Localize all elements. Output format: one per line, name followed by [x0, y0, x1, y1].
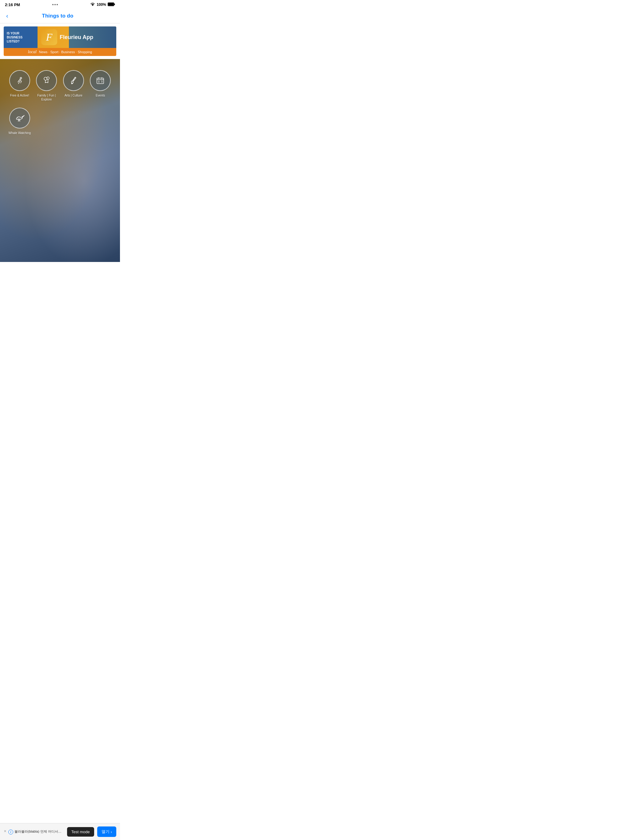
nav-bar: ‹ Things to do	[0, 9, 120, 24]
category-arts-culture[interactable]: Arts | Culture	[60, 68, 87, 103]
banner-left-panel: IS YOUR BUSINESS LISTED?	[4, 27, 38, 48]
banner-logo-letter: F	[46, 32, 52, 43]
category-free-active-label: Free & Active!	[10, 93, 29, 98]
banner-f-logo: F	[41, 29, 57, 45]
banner-app-info: Fleurieu App	[60, 34, 93, 41]
banner-ad-wrapper[interactable]: IS YOUR BUSINESS LISTED? F Fleurieu App …	[0, 24, 120, 59]
category-whale-watching-circle	[9, 107, 30, 128]
battery-icon	[108, 2, 115, 7]
category-family-fun-circle	[36, 70, 57, 91]
category-free-active[interactable]: Free & Active!	[6, 68, 33, 103]
page-title: Things to do	[9, 13, 106, 19]
svg-point-0	[92, 5, 93, 6]
status-time: 2:16 PM	[5, 2, 20, 7]
svg-text:8 9: 8 9	[98, 81, 103, 83]
category-whale-watching-label: Whale Watching	[9, 131, 31, 135]
category-arts-culture-label: Arts | Culture	[65, 93, 82, 98]
category-events-label: Events	[96, 93, 105, 98]
svg-point-12	[17, 118, 18, 118]
banner-ad[interactable]: IS YOUR BUSINESS LISTED? F Fleurieu App …	[4, 27, 116, 56]
banner-tagline-text: News · Sport · Business · Shopping	[39, 50, 92, 54]
category-grid: Free & Active! Family | Fun | Explore	[6, 68, 114, 137]
category-family-fun-label: Family | Fun | Explore	[35, 93, 59, 101]
svg-rect-4	[114, 3, 115, 5]
banner-app-name: Fleurieu App	[60, 34, 93, 41]
main-content: Free & Active! Family | Fun | Explore	[0, 59, 120, 262]
svg-rect-3	[108, 3, 114, 6]
banner-tagline-bar: local News · Sport · Business · Shopping	[4, 48, 116, 56]
status-indicators: 100%	[90, 2, 115, 7]
category-whale-watching[interactable]: Whale Watching	[6, 106, 33, 137]
wifi-icon	[90, 2, 95, 7]
back-button[interactable]: ‹	[5, 11, 9, 21]
category-arts-culture-circle	[63, 70, 84, 91]
svg-point-5	[15, 76, 24, 85]
svg-point-6	[20, 77, 22, 79]
banner-cta-text: IS YOUR BUSINESS LISTED?	[7, 32, 35, 43]
category-free-active-circle	[9, 70, 30, 91]
battery-percentage: 100%	[97, 2, 106, 7]
banner-tagline-script: local	[28, 49, 36, 54]
banner-logo-area: F Fleurieu App	[38, 27, 116, 48]
status-bar: 2:16 PM 100%	[0, 0, 120, 9]
category-family-fun[interactable]: Family | Fun | Explore	[33, 68, 60, 103]
status-dots	[52, 4, 58, 5]
category-events-circle: 8 9	[90, 70, 111, 91]
category-events[interactable]: 8 9 Events	[87, 68, 114, 103]
